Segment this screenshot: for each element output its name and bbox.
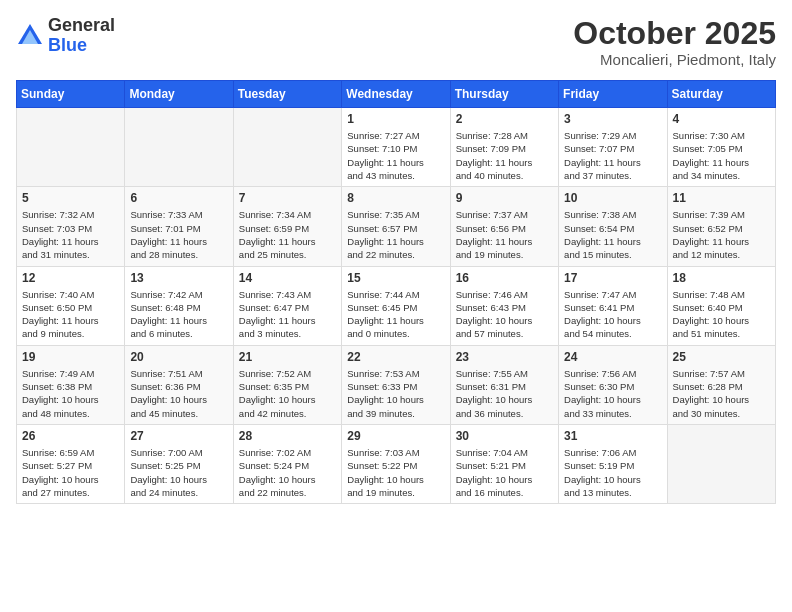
day-number: 30 — [456, 429, 553, 443]
calendar-cell — [233, 108, 341, 187]
day-number: 28 — [239, 429, 336, 443]
calendar-week-3: 19Sunrise: 7:49 AM Sunset: 6:38 PM Dayli… — [17, 345, 776, 424]
day-number: 16 — [456, 271, 553, 285]
calendar-cell: 23Sunrise: 7:55 AM Sunset: 6:31 PM Dayli… — [450, 345, 558, 424]
day-info: Sunrise: 7:48 AM Sunset: 6:40 PM Dayligh… — [673, 288, 770, 341]
calendar-cell: 25Sunrise: 7:57 AM Sunset: 6:28 PM Dayli… — [667, 345, 775, 424]
calendar-header-wednesday: Wednesday — [342, 81, 450, 108]
calendar-cell — [667, 424, 775, 503]
calendar-header-saturday: Saturday — [667, 81, 775, 108]
calendar-cell: 27Sunrise: 7:00 AM Sunset: 5:25 PM Dayli… — [125, 424, 233, 503]
logo-icon — [16, 22, 44, 50]
calendar-header-monday: Monday — [125, 81, 233, 108]
calendar-cell: 14Sunrise: 7:43 AM Sunset: 6:47 PM Dayli… — [233, 266, 341, 345]
calendar-header-friday: Friday — [559, 81, 667, 108]
day-info: Sunrise: 7:53 AM Sunset: 6:33 PM Dayligh… — [347, 367, 444, 420]
day-number: 5 — [22, 191, 119, 205]
day-number: 22 — [347, 350, 444, 364]
calendar-cell — [125, 108, 233, 187]
day-number: 26 — [22, 429, 119, 443]
day-number: 2 — [456, 112, 553, 126]
day-info: Sunrise: 7:55 AM Sunset: 6:31 PM Dayligh… — [456, 367, 553, 420]
day-info: Sunrise: 7:30 AM Sunset: 7:05 PM Dayligh… — [673, 129, 770, 182]
calendar-cell: 18Sunrise: 7:48 AM Sunset: 6:40 PM Dayli… — [667, 266, 775, 345]
calendar-cell: 15Sunrise: 7:44 AM Sunset: 6:45 PM Dayli… — [342, 266, 450, 345]
calendar-cell: 29Sunrise: 7:03 AM Sunset: 5:22 PM Dayli… — [342, 424, 450, 503]
day-number: 24 — [564, 350, 661, 364]
day-number: 7 — [239, 191, 336, 205]
day-info: Sunrise: 7:39 AM Sunset: 6:52 PM Dayligh… — [673, 208, 770, 261]
day-number: 25 — [673, 350, 770, 364]
day-info: Sunrise: 7:46 AM Sunset: 6:43 PM Dayligh… — [456, 288, 553, 341]
day-number: 19 — [22, 350, 119, 364]
day-info: Sunrise: 7:33 AM Sunset: 7:01 PM Dayligh… — [130, 208, 227, 261]
day-number: 17 — [564, 271, 661, 285]
calendar-cell: 10Sunrise: 7:38 AM Sunset: 6:54 PM Dayli… — [559, 187, 667, 266]
day-number: 6 — [130, 191, 227, 205]
day-info: Sunrise: 7:29 AM Sunset: 7:07 PM Dayligh… — [564, 129, 661, 182]
title-area: October 2025 Moncalieri, Piedmont, Italy — [573, 16, 776, 68]
calendar-cell: 30Sunrise: 7:04 AM Sunset: 5:21 PM Dayli… — [450, 424, 558, 503]
calendar-cell: 19Sunrise: 7:49 AM Sunset: 6:38 PM Dayli… — [17, 345, 125, 424]
day-number: 3 — [564, 112, 661, 126]
day-info: Sunrise: 7:56 AM Sunset: 6:30 PM Dayligh… — [564, 367, 661, 420]
day-number: 8 — [347, 191, 444, 205]
calendar-cell: 12Sunrise: 7:40 AM Sunset: 6:50 PM Dayli… — [17, 266, 125, 345]
calendar-cell: 4Sunrise: 7:30 AM Sunset: 7:05 PM Daylig… — [667, 108, 775, 187]
day-info: Sunrise: 7:57 AM Sunset: 6:28 PM Dayligh… — [673, 367, 770, 420]
day-info: Sunrise: 6:59 AM Sunset: 5:27 PM Dayligh… — [22, 446, 119, 499]
calendar-cell — [17, 108, 125, 187]
day-number: 18 — [673, 271, 770, 285]
day-info: Sunrise: 7:03 AM Sunset: 5:22 PM Dayligh… — [347, 446, 444, 499]
day-info: Sunrise: 7:32 AM Sunset: 7:03 PM Dayligh… — [22, 208, 119, 261]
location-subtitle: Moncalieri, Piedmont, Italy — [573, 51, 776, 68]
day-info: Sunrise: 7:28 AM Sunset: 7:09 PM Dayligh… — [456, 129, 553, 182]
calendar-cell: 28Sunrise: 7:02 AM Sunset: 5:24 PM Dayli… — [233, 424, 341, 503]
day-number: 11 — [673, 191, 770, 205]
day-number: 31 — [564, 429, 661, 443]
day-info: Sunrise: 7:35 AM Sunset: 6:57 PM Dayligh… — [347, 208, 444, 261]
calendar-week-2: 12Sunrise: 7:40 AM Sunset: 6:50 PM Dayli… — [17, 266, 776, 345]
calendar-week-1: 5Sunrise: 7:32 AM Sunset: 7:03 PM Daylig… — [17, 187, 776, 266]
calendar-cell: 8Sunrise: 7:35 AM Sunset: 6:57 PM Daylig… — [342, 187, 450, 266]
day-number: 1 — [347, 112, 444, 126]
calendar-cell: 21Sunrise: 7:52 AM Sunset: 6:35 PM Dayli… — [233, 345, 341, 424]
calendar-cell: 6Sunrise: 7:33 AM Sunset: 7:01 PM Daylig… — [125, 187, 233, 266]
day-number: 23 — [456, 350, 553, 364]
day-number: 10 — [564, 191, 661, 205]
day-number: 12 — [22, 271, 119, 285]
calendar-cell: 3Sunrise: 7:29 AM Sunset: 7:07 PM Daylig… — [559, 108, 667, 187]
calendar-cell: 24Sunrise: 7:56 AM Sunset: 6:30 PM Dayli… — [559, 345, 667, 424]
day-info: Sunrise: 7:02 AM Sunset: 5:24 PM Dayligh… — [239, 446, 336, 499]
day-number: 4 — [673, 112, 770, 126]
calendar-week-4: 26Sunrise: 6:59 AM Sunset: 5:27 PM Dayli… — [17, 424, 776, 503]
day-info: Sunrise: 7:37 AM Sunset: 6:56 PM Dayligh… — [456, 208, 553, 261]
day-number: 9 — [456, 191, 553, 205]
day-info: Sunrise: 7:34 AM Sunset: 6:59 PM Dayligh… — [239, 208, 336, 261]
day-info: Sunrise: 7:49 AM Sunset: 6:38 PM Dayligh… — [22, 367, 119, 420]
logo-text: General Blue — [48, 16, 115, 56]
day-info: Sunrise: 7:40 AM Sunset: 6:50 PM Dayligh… — [22, 288, 119, 341]
calendar-cell: 22Sunrise: 7:53 AM Sunset: 6:33 PM Dayli… — [342, 345, 450, 424]
calendar-table: SundayMondayTuesdayWednesdayThursdayFrid… — [16, 80, 776, 504]
calendar-cell: 2Sunrise: 7:28 AM Sunset: 7:09 PM Daylig… — [450, 108, 558, 187]
calendar-cell: 9Sunrise: 7:37 AM Sunset: 6:56 PM Daylig… — [450, 187, 558, 266]
day-info: Sunrise: 7:43 AM Sunset: 6:47 PM Dayligh… — [239, 288, 336, 341]
calendar-cell: 17Sunrise: 7:47 AM Sunset: 6:41 PM Dayli… — [559, 266, 667, 345]
day-number: 21 — [239, 350, 336, 364]
calendar-cell: 5Sunrise: 7:32 AM Sunset: 7:03 PM Daylig… — [17, 187, 125, 266]
day-number: 29 — [347, 429, 444, 443]
calendar-cell: 13Sunrise: 7:42 AM Sunset: 6:48 PM Dayli… — [125, 266, 233, 345]
calendar-cell: 16Sunrise: 7:46 AM Sunset: 6:43 PM Dayli… — [450, 266, 558, 345]
calendar-week-0: 1Sunrise: 7:27 AM Sunset: 7:10 PM Daylig… — [17, 108, 776, 187]
day-info: Sunrise: 7:52 AM Sunset: 6:35 PM Dayligh… — [239, 367, 336, 420]
calendar-header-tuesday: Tuesday — [233, 81, 341, 108]
logo-blue: Blue — [48, 35, 87, 55]
day-number: 13 — [130, 271, 227, 285]
logo: General Blue — [16, 16, 115, 56]
day-info: Sunrise: 7:42 AM Sunset: 6:48 PM Dayligh… — [130, 288, 227, 341]
day-info: Sunrise: 7:44 AM Sunset: 6:45 PM Dayligh… — [347, 288, 444, 341]
day-info: Sunrise: 7:04 AM Sunset: 5:21 PM Dayligh… — [456, 446, 553, 499]
day-info: Sunrise: 7:51 AM Sunset: 6:36 PM Dayligh… — [130, 367, 227, 420]
day-info: Sunrise: 7:38 AM Sunset: 6:54 PM Dayligh… — [564, 208, 661, 261]
